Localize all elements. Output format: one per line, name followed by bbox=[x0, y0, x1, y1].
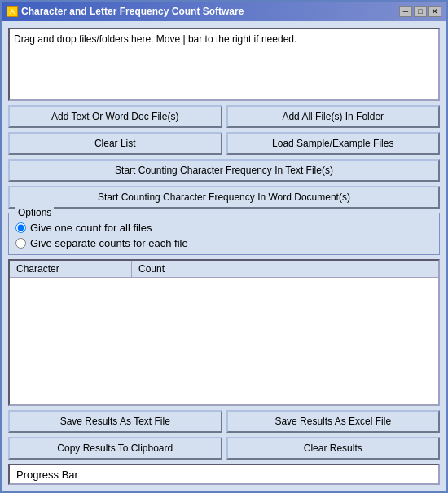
table-body bbox=[10, 278, 438, 402]
col-character: Character bbox=[10, 261, 132, 277]
close-button[interactable]: ✕ bbox=[428, 6, 441, 17]
options-legend: Options bbox=[15, 207, 54, 218]
radio-separate-count-label[interactable]: Give separate counts for each file bbox=[30, 237, 188, 249]
radio-separate-count[interactable] bbox=[15, 238, 26, 249]
clear-results-button[interactable]: Clear Results bbox=[226, 437, 441, 460]
options-group: Options Give one count for all files Giv… bbox=[8, 213, 440, 255]
main-window: A Character and Letter Frequency Count S… bbox=[0, 0, 448, 493]
radio-one-count-label[interactable]: Give one count for all files bbox=[30, 222, 152, 234]
start-count-word-button[interactable]: Start Counting Character Frequency In Wo… bbox=[8, 186, 440, 209]
add-all-folder-button[interactable]: Add All File(s) In Folder bbox=[226, 105, 441, 128]
save-text-file-button[interactable]: Save Results As Text File bbox=[8, 410, 222, 433]
results-table: Character Count bbox=[8, 259, 440, 406]
radio-separate-row: Give separate counts for each file bbox=[15, 237, 433, 249]
minimize-button[interactable]: ─ bbox=[399, 6, 412, 17]
save-row: Save Results As Text File Save Results A… bbox=[8, 410, 440, 433]
progress-bar-label: Progress Bar bbox=[16, 469, 78, 481]
clear-list-button[interactable]: Clear List bbox=[8, 132, 222, 155]
add-text-file-button[interactable]: Add Text Or Word Doc File(s) bbox=[8, 105, 222, 128]
file-drop-area[interactable]: Drag and drop files/folders here. Move |… bbox=[8, 28, 440, 101]
copy-clear-row: Copy Results To Clipboard Clear Results bbox=[8, 437, 440, 460]
progress-bar: Progress Bar bbox=[8, 464, 440, 485]
copy-clipboard-button[interactable]: Copy Results To Clipboard bbox=[8, 437, 222, 460]
add-buttons-row: Add Text Or Word Doc File(s) Add All Fil… bbox=[8, 105, 440, 128]
app-icon: A bbox=[7, 6, 18, 17]
radio-one-count[interactable] bbox=[15, 222, 26, 233]
title-bar-left: A Character and Letter Frequency Count S… bbox=[7, 6, 244, 17]
radio-one-count-row: Give one count for all files bbox=[15, 222, 433, 234]
restore-button[interactable]: □ bbox=[414, 6, 427, 17]
window-title: Character and Letter Frequency Count Sof… bbox=[21, 6, 244, 17]
table-header: Character Count bbox=[10, 261, 438, 278]
title-bar: A Character and Letter Frequency Count S… bbox=[2, 2, 446, 21]
start-count-text-button[interactable]: Start Counting Character Frequency In Te… bbox=[8, 159, 440, 182]
clear-load-row: Clear List Load Sample/Example Files bbox=[8, 132, 440, 155]
col-count: Count bbox=[132, 261, 213, 277]
load-sample-button[interactable]: Load Sample/Example Files bbox=[226, 132, 441, 155]
content-area: Drag and drop files/folders here. Move |… bbox=[2, 21, 446, 491]
drop-area-text: Drag and drop files/folders here. Move |… bbox=[14, 33, 296, 45]
save-excel-file-button[interactable]: Save Results As Excel File bbox=[226, 410, 441, 433]
title-controls[interactable]: ─ □ ✕ bbox=[399, 6, 441, 17]
